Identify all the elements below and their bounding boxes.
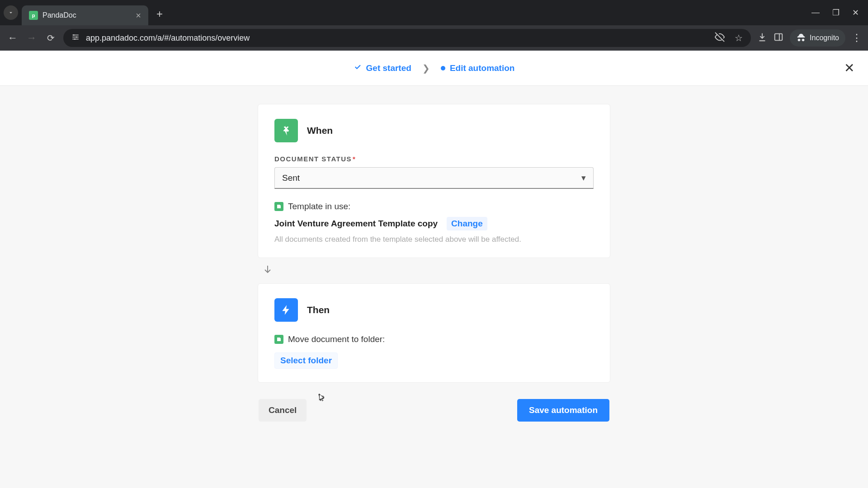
main-content: When DOCUMENT STATUS* Sent ▾ Template in…: [0, 86, 868, 488]
step-edit-automation[interactable]: Edit automation: [441, 63, 515, 73]
back-button[interactable]: ←: [6, 32, 19, 44]
template-helper-text: All documents created from the template …: [274, 235, 594, 244]
then-title: Then: [307, 305, 330, 315]
forward-button[interactable]: →: [25, 32, 38, 44]
page-stepper-header: Get started ❯ Edit automation ✕: [0, 51, 868, 86]
tab-favicon: p: [29, 11, 38, 20]
site-settings-icon[interactable]: [71, 33, 80, 43]
step-label: Edit automation: [450, 63, 515, 73]
select-value: Sent: [282, 173, 300, 183]
url-text: app.pandadoc.com/a/#/automations/overvie…: [86, 33, 708, 43]
incognito-indicator[interactable]: Incognito: [790, 29, 845, 47]
address-bar[interactable]: app.pandadoc.com/a/#/automations/overvie…: [63, 29, 751, 47]
change-template-button[interactable]: Change: [447, 217, 487, 230]
window-controls: — ❐ ✕: [811, 8, 864, 18]
document-status-select[interactable]: Sent ▾: [274, 167, 594, 189]
browser-toolbar: ← → ⟳ app.pandadoc.com/a/#/automations/o…: [0, 25, 868, 51]
pandadoc-mini-icon: [274, 335, 283, 344]
minimize-button[interactable]: —: [811, 8, 820, 18]
save-automation-button[interactable]: Save automation: [517, 399, 609, 422]
eye-off-icon[interactable]: [715, 32, 725, 44]
step-get-started[interactable]: Get started: [354, 63, 411, 73]
incognito-icon: [796, 33, 806, 43]
browser-menu-button[interactable]: ⋮: [852, 32, 862, 44]
template-in-use-label: Template in use:: [288, 202, 350, 211]
svg-point-0: [73, 34, 75, 36]
browser-tab[interactable]: p PandaDoc ×: [22, 5, 148, 25]
bookmark-star-icon[interactable]: ☆: [735, 33, 743, 43]
then-card: Then Move document to folder: Select fol…: [258, 283, 610, 383]
when-icon: [274, 119, 298, 142]
pandadoc-mini-icon: [274, 202, 283, 211]
cancel-button[interactable]: Cancel: [259, 399, 307, 422]
chevron-down-icon: ▾: [581, 173, 586, 183]
active-step-dot-icon: [441, 66, 445, 70]
check-icon: [354, 63, 362, 73]
browser-tab-strip: p PandaDoc × + — ❐ ✕: [0, 0, 868, 25]
reload-button[interactable]: ⟳: [44, 33, 57, 43]
side-panel-icon[interactable]: [774, 32, 783, 44]
footer-actions: Cancel Save automation: [258, 399, 610, 422]
close-panel-button[interactable]: ✕: [844, 61, 854, 75]
then-icon: [274, 298, 298, 322]
move-document-label: Move document to folder:: [288, 334, 385, 344]
new-tab-button[interactable]: +: [156, 8, 163, 20]
template-name: Joint Venture Agreement Template copy: [274, 219, 438, 229]
maximize-button[interactable]: ❐: [832, 8, 840, 18]
step-separator-icon: ❯: [422, 63, 430, 74]
svg-rect-3: [775, 34, 783, 41]
when-card: When DOCUMENT STATUS* Sent ▾ Template in…: [258, 104, 610, 258]
downloads-icon[interactable]: [757, 32, 767, 44]
flow-arrow-icon: [258, 258, 610, 283]
step-label: Get started: [366, 63, 411, 73]
document-status-label: DOCUMENT STATUS*: [274, 155, 594, 163]
tab-search-button[interactable]: [4, 5, 18, 20]
incognito-label: Incognito: [810, 34, 839, 42]
tab-close-button[interactable]: ×: [136, 11, 141, 20]
tab-title: PandaDoc: [42, 11, 76, 19]
close-window-button[interactable]: ✕: [852, 8, 859, 18]
svg-point-1: [76, 37, 77, 38]
when-title: When: [307, 125, 333, 136]
select-folder-button[interactable]: Select folder: [274, 352, 338, 369]
svg-point-2: [74, 38, 75, 40]
